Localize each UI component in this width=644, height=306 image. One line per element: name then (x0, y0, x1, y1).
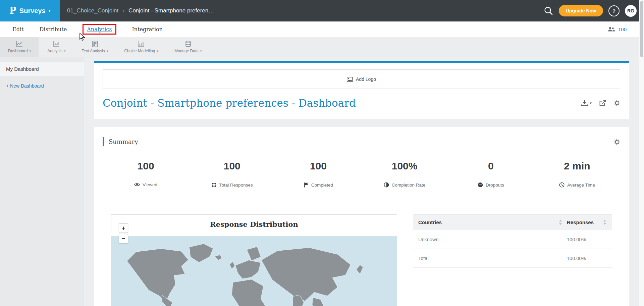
search-button[interactable] (543, 6, 553, 16)
flag-icon (304, 182, 309, 188)
countries-table-header: Countries Responses (413, 214, 612, 230)
toolbar-item-label: Choice Modelling (124, 49, 155, 53)
scrollbar-thumb[interactable] (640, 1, 643, 57)
stat-label: Completed (311, 183, 333, 188)
divider (292, 177, 344, 177)
stat-label: Completion Rate (392, 183, 426, 188)
responses-indicator[interactable]: 100 (607, 27, 644, 32)
new-dashboard-link[interactable]: + New Dashboard (0, 83, 84, 89)
country-responses: 100.00% (562, 256, 606, 261)
survey-nav-tabs: Edit Distribute Analytics Integration 10… (0, 21, 644, 37)
add-logo-button[interactable]: Add Logo (103, 69, 620, 89)
image-icon (347, 77, 353, 82)
sidebar-item-my-dashboard[interactable]: My Dashboard (0, 62, 84, 76)
summary-header: Summary (103, 137, 620, 146)
database-icon (185, 41, 192, 47)
title-actions: ▾ (581, 100, 620, 106)
brand-name: Surveys (19, 7, 46, 15)
half-circle-icon (384, 182, 389, 188)
chevron-down-icon: ▾ (200, 49, 202, 53)
sort-responses-button[interactable] (603, 220, 606, 225)
chevron-down-icon: ▾ (157, 49, 158, 53)
line-chart-icon (16, 41, 23, 47)
toolbar-item-manage-data[interactable]: Manage Data▾ (166, 37, 210, 57)
page-scrollbar[interactable] (639, 0, 644, 306)
table-row: Total 100.00% (413, 249, 612, 268)
tab-integration[interactable]: Integration (132, 26, 163, 33)
sort-icon (603, 220, 606, 225)
summary-stats: 100 Viewed 100 Total Responses (103, 160, 620, 188)
stat-label: Total Responses (219, 183, 253, 188)
response-distribution-map-card: Response Distribution + − (111, 214, 397, 306)
summary-title: Summary (109, 138, 138, 145)
column-header-countries: Countries (418, 219, 442, 225)
chevron-down-icon: ▾ (30, 49, 31, 53)
breadcrumb: 01_Choice_Conjoint › Conjoint - Smartpho… (67, 7, 214, 14)
stat-completion-rate: 100% Completion Rate (362, 160, 448, 188)
document-icon (92, 41, 98, 47)
dashboard-settings-button[interactable] (613, 100, 620, 106)
share-button[interactable] (599, 100, 606, 106)
sidebar-item-label: My Dashboard (6, 66, 39, 72)
divider (120, 177, 172, 177)
summary-settings-button[interactable] (613, 139, 620, 145)
stat-value: 0 (488, 160, 494, 172)
help-button[interactable]: ? (608, 5, 620, 16)
breadcrumb-folder-link[interactable]: 01_Choice_Conjoint (67, 7, 118, 14)
breadcrumb-separator-icon: › (122, 7, 124, 14)
dashboard-title: Conjoint - Smartphone preferences - Dash… (103, 97, 356, 109)
tab-analytics[interactable]: Analytics (87, 26, 112, 33)
toolbar-item-analysis[interactable]: Analysis▾ (39, 37, 73, 57)
upgrade-now-button[interactable]: Upgrade Now (559, 5, 603, 16)
sort-countries-button[interactable] (559, 220, 562, 225)
product-switcher[interactable]: P Surveys ▾ (0, 0, 60, 21)
chevron-down-icon: ▾ (49, 9, 51, 13)
stat-label: Average Time (567, 183, 595, 188)
gear-icon (613, 100, 620, 106)
stat-value: 2 min (564, 160, 590, 172)
table-row: Unknown 100.00% (413, 230, 612, 249)
stat-viewed: 100 Viewed (103, 160, 189, 188)
stat-value: 100 (310, 160, 327, 172)
responses-count: 100 (618, 27, 627, 32)
toolbar-item-choice-modelling[interactable]: Choice Modelling▾ (116, 37, 166, 57)
stat-label: Dropouts (486, 183, 504, 188)
summary-body: Response Distribution + − (103, 214, 620, 306)
download-icon (581, 100, 588, 106)
toolbar-item-dashboard[interactable]: Dashboard▾ (0, 37, 39, 57)
combo-chart-icon (138, 41, 145, 47)
questionpro-logo: P (9, 6, 16, 15)
sort-icon (559, 220, 562, 225)
title-row: Conjoint - Smartphone preferences - Dash… (103, 97, 620, 109)
toolbar-item-label: Analysis (47, 49, 62, 53)
question-mark-icon: ? (612, 8, 615, 14)
tab-distribute[interactable]: Distribute (39, 26, 67, 33)
search-icon (543, 6, 553, 16)
country-name: Unknown (418, 237, 562, 242)
countries-table: Countries Responses (413, 214, 612, 306)
divider (378, 177, 431, 177)
breadcrumb-current: Conjoint - Smartphone preferen… (128, 7, 214, 14)
dashboard-header-card: Add Logo Conjoint - Smartphone preferenc… (94, 63, 629, 119)
stat-completed: 100 Completed (275, 160, 361, 188)
stat-total-responses: 100 Total Responses (189, 160, 275, 188)
dashboard-main: Add Logo Conjoint - Smartphone preferenc… (84, 57, 644, 306)
map-title: Response Distribution (111, 220, 397, 228)
world-map[interactable] (111, 236, 397, 306)
stat-dropouts: 0 Dropouts (448, 160, 534, 188)
toolbar-item-label: Text Analysis (82, 49, 105, 53)
zoom-in-button[interactable]: + (119, 223, 128, 233)
divider (465, 177, 517, 177)
topbar: P Surveys ▾ 01_Choice_Conjoint › Conjoin… (0, 0, 644, 21)
download-button[interactable]: ▾ (581, 100, 592, 106)
user-avatar[interactable]: RG (625, 5, 637, 17)
country-name: Total (418, 256, 562, 261)
tab-edit[interactable]: Edit (12, 26, 23, 33)
zoom-out-button[interactable]: − (119, 234, 128, 243)
divider (551, 177, 603, 177)
toolbar-item-text-analysis[interactable]: Text Analysis▾ (73, 37, 116, 57)
stat-value: 100% (392, 160, 418, 172)
dashboard-sidebar: My Dashboard + New Dashboard (0, 57, 84, 306)
area-chart-icon (53, 41, 60, 47)
minus-circle-icon (478, 182, 483, 188)
